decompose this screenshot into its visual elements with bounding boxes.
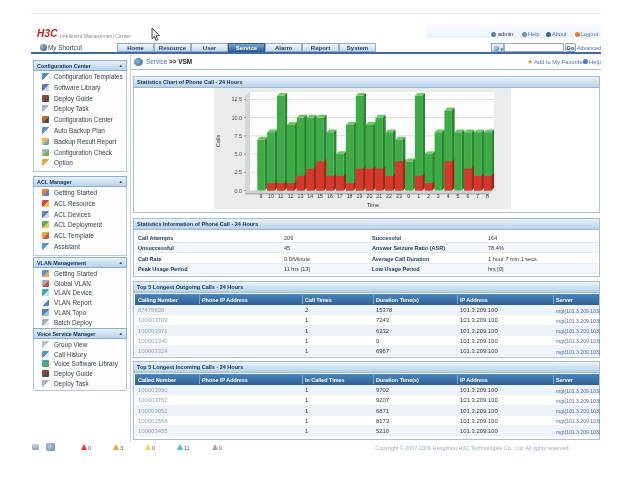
svg-text:3: 3 [437, 193, 440, 199]
svg-text:10: 10 [268, 193, 274, 199]
svg-text:5: 5 [457, 193, 460, 199]
svg-text:2: 2 [427, 193, 430, 199]
svg-text:7.5: 7.5 [235, 133, 243, 139]
svg-text:22: 22 [386, 193, 392, 199]
svg-text:15: 15 [317, 193, 323, 199]
svg-text:7: 7 [476, 193, 479, 199]
svg-text:Calls: Calls [215, 135, 221, 148]
svg-text:2.5: 2.5 [235, 169, 243, 175]
svg-text:23: 23 [396, 193, 402, 199]
svg-text:0: 0 [407, 193, 410, 199]
svg-text:19: 19 [357, 193, 363, 199]
svg-text:14: 14 [307, 193, 313, 199]
svg-text:9: 9 [260, 193, 263, 199]
svg-text:4: 4 [447, 193, 450, 199]
svg-text:11: 11 [278, 193, 283, 199]
svg-text:21: 21 [376, 193, 382, 199]
svg-text:6: 6 [466, 193, 469, 199]
svg-text:10.0: 10.0 [232, 115, 243, 121]
svg-text:0.0: 0.0 [235, 188, 243, 194]
svg-text:12.5: 12.5 [232, 96, 243, 102]
svg-text:13: 13 [298, 193, 304, 199]
svg-text:20: 20 [367, 193, 373, 199]
svg-text:Time: Time [367, 202, 379, 208]
svg-text:17: 17 [337, 193, 343, 199]
svg-text:12: 12 [288, 193, 294, 199]
svg-text:5.0: 5.0 [235, 151, 243, 157]
svg-text:1: 1 [417, 193, 420, 199]
svg-text:16: 16 [327, 193, 333, 199]
svg-text:18: 18 [347, 193, 353, 199]
svg-text:8: 8 [486, 193, 489, 199]
